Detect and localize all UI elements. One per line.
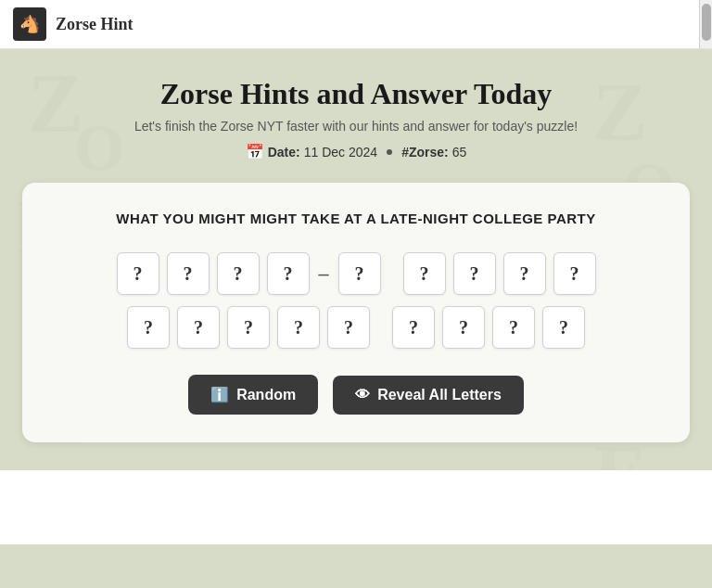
- tile-r2-7: ?: [442, 306, 485, 349]
- tile-r2-2: ?: [177, 306, 220, 349]
- clue-text: WHAT YOU MIGHT MIGHT TAKE AT A LATE-NIGH…: [50, 211, 662, 226]
- tile-r1-8: ?: [503, 252, 546, 295]
- page-title-section: Zorse Hints and Answer Today Let's finis…: [19, 77, 693, 160]
- date-item: 📅 Date: 11 Dec 2024: [246, 143, 377, 160]
- date-value: 11 Dec 2024: [304, 145, 377, 160]
- logo-box: 🐴: [13, 7, 46, 41]
- tile-r2-3: ?: [227, 306, 270, 349]
- reveal-button[interactable]: 👁 Reveal All Letters: [333, 376, 524, 415]
- tile-r2-9: ?: [542, 306, 585, 349]
- tile-r2-6: ?: [392, 306, 435, 349]
- header: 🐴 Zorse Hint: [0, 0, 712, 49]
- puzzle-card: WHAT YOU MIGHT MIGHT TAKE AT A LATE-NIGH…: [22, 183, 690, 442]
- tile-r1-7: ?: [453, 252, 496, 295]
- zorse-value: 65: [452, 145, 467, 160]
- tile-r1-5: ?: [338, 252, 381, 295]
- calendar-icon: 📅: [246, 143, 264, 160]
- tile-r1-9: ?: [553, 252, 596, 295]
- meta-row: 📅 Date: 11 Dec 2024 #Zorse: 65: [19, 143, 693, 160]
- bottom-white-area: [0, 470, 712, 544]
- tile-r2-4: ?: [277, 306, 320, 349]
- meta-separator: [387, 149, 392, 155]
- tile-r1-2: ?: [167, 252, 210, 295]
- reveal-label: Reveal All Letters: [377, 387, 502, 403]
- button-row: ℹ️ Random 👁 Reveal All Letters: [50, 375, 662, 415]
- letter-row-2: ? ? ? ? ? ? ? ? ?: [127, 306, 585, 349]
- random-button[interactable]: ℹ️ Random: [188, 375, 318, 415]
- scrollbar-thumb: [702, 4, 711, 41]
- random-label: Random: [236, 387, 296, 403]
- header-title: Zorse Hint: [56, 15, 134, 34]
- letter-rows: ? ? ? ? – ? ? ? ? ? ? ? ? ? ? ?: [50, 252, 662, 349]
- page-subtitle: Let's finish the Zorse NYT faster with o…: [19, 119, 693, 134]
- page-title: Zorse Hints and Answer Today: [19, 77, 693, 111]
- letter-row-1: ? ? ? ? – ? ? ? ? ?: [117, 252, 596, 295]
- tile-r1-3: ?: [217, 252, 260, 295]
- tile-r2-1: ?: [127, 306, 170, 349]
- tile-r1-4: ?: [267, 252, 310, 295]
- tile-r1-1: ?: [117, 252, 159, 295]
- eye-icon: 👁: [355, 387, 370, 403]
- date-label: Date:: [268, 145, 300, 160]
- dash-r1: –: [319, 262, 329, 286]
- tile-r2-8: ?: [492, 306, 535, 349]
- logo-icon: 🐴: [19, 14, 40, 34]
- main-content: Zorse Hints and Answer Today Let's finis…: [0, 49, 712, 470]
- scrollbar[interactable]: [699, 0, 712, 48]
- zorse-item: #Zorse: 65: [401, 145, 466, 160]
- info-icon: ℹ️: [210, 386, 229, 403]
- tile-r2-5: ?: [327, 306, 370, 349]
- zorse-label: #Zorse:: [401, 145, 449, 160]
- tile-r1-6: ?: [403, 252, 446, 295]
